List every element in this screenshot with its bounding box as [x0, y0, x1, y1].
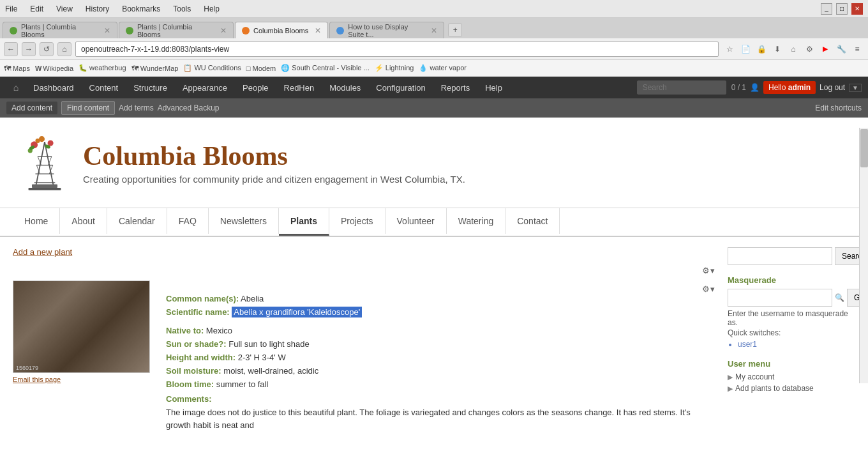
reload-button[interactable]: ↺	[40, 42, 54, 56]
bookmark-wu-conditions[interactable]: 📋 WU Conditions	[183, 64, 241, 72]
menu-edit[interactable]: Edit	[30, 4, 43, 13]
user-menu-title: User menu	[728, 359, 855, 369]
download-icon[interactable]: ⬇	[770, 42, 784, 56]
menu-history[interactable]: History	[86, 4, 109, 13]
menu-view[interactable]: View	[56, 4, 73, 13]
nav-link-plants[interactable]: Plants	[279, 208, 329, 236]
nav-item-projects[interactable]: Projects	[329, 208, 385, 236]
admin-menu-reports[interactable]: Reports	[433, 77, 478, 98]
admin-dropdown-button[interactable]: ▼	[849, 84, 862, 92]
main-content: Add a new plant ⚙ ▾ 1560179 Email this p…	[0, 237, 868, 441]
admin-search-input[interactable]	[637, 80, 726, 95]
find-content-button[interactable]: Find content	[61, 101, 115, 115]
youtube-icon[interactable]: ▶	[818, 42, 832, 56]
admin-logout-button[interactable]: Log out	[819, 83, 845, 92]
nav-link-watering[interactable]: Watering	[447, 208, 506, 234]
bookmark-water-vapor[interactable]: 💧 water vapor	[419, 64, 467, 72]
gear-menu-button-top[interactable]: ⚙ ▾	[702, 266, 715, 275]
browser-tab-2[interactable]: Plants | Columbia Blooms ✕	[119, 22, 234, 38]
bookmark-wikipedia[interactable]: W Wikipedia	[35, 65, 73, 72]
tab-close-2[interactable]: ✕	[220, 26, 227, 35]
address-input[interactable]: openoutreach-7-x-1-19.dd:8083/plants-vie…	[75, 42, 719, 57]
add-terms-link[interactable]: Add terms	[119, 103, 154, 112]
admin-menu-modules[interactable]: Modules	[322, 77, 368, 98]
add-content-button[interactable]: Add content	[6, 102, 57, 114]
nav-item-home[interactable]: Home	[13, 208, 60, 236]
admin-menu-content[interactable]: Content	[82, 77, 126, 98]
add-plant-link[interactable]: Add a new plant	[13, 247, 715, 257]
admin-menu-appearance[interactable]: Appearance	[175, 77, 235, 98]
masquerade-input[interactable]	[728, 289, 832, 307]
bookmark-lightning[interactable]: ⚡ Lightning	[375, 64, 414, 72]
user-menu-my-account[interactable]: ▶ My account	[728, 372, 855, 381]
nav-item-faq[interactable]: FAQ	[167, 208, 209, 236]
admin-menu-redhen[interactable]: RedHen	[276, 77, 322, 98]
email-page-link[interactable]: Email this page	[13, 376, 153, 383]
admin-menu-help[interactable]: Help	[477, 77, 510, 98]
user-menu-add-plants[interactable]: ▶ Add plants to database	[728, 384, 855, 393]
admin-menu-dashboard[interactable]: Dashboard	[26, 77, 82, 98]
nav-link-volunteer[interactable]: Volunteer	[385, 208, 447, 234]
tab-label-3: Columbia Blooms	[253, 27, 308, 34]
back-button[interactable]: ←	[4, 42, 18, 56]
tab-close-3[interactable]: ✕	[315, 26, 321, 35]
menu-tools[interactable]: Tools	[173, 4, 191, 13]
admin-menu-people[interactable]: People	[235, 77, 276, 98]
star-icon[interactable]: ☆	[722, 42, 737, 56]
native-to-label: Native to:	[166, 326, 204, 335]
nav-link-newsletters[interactable]: Newsletters	[209, 208, 279, 234]
browser-tab-4[interactable]: How to use Display Suite t... ✕	[329, 22, 444, 38]
bookmark-icon[interactable]: 📄	[738, 42, 752, 56]
browser-titlebar: File Edit View History Bookmarks Tools H…	[0, 0, 868, 18]
shield-icon[interactable]: 🔒	[754, 42, 768, 56]
nav-link-projects[interactable]: Projects	[329, 208, 385, 234]
menu-help[interactable]: Help	[204, 4, 220, 13]
nav-item-contact[interactable]: Contact	[505, 208, 560, 236]
nav-link-about[interactable]: About	[60, 208, 107, 234]
home2-icon[interactable]: ⌂	[786, 42, 800, 56]
menu-bookmarks[interactable]: Bookmarks	[122, 4, 160, 13]
nav-item-newsletters[interactable]: Newsletters	[209, 208, 279, 236]
bookmark-modem[interactable]: □ Modem	[246, 65, 276, 72]
scrollbar-thumb[interactable]	[860, 129, 868, 167]
admin-home-button[interactable]: ⌂	[6, 77, 26, 98]
bookmark-south-central[interactable]: 🌐 South Central - Visible ...	[281, 64, 370, 72]
tab-close-4[interactable]: ✕	[431, 26, 437, 35]
bookmark-wundermap[interactable]: 🗺 WunderMap	[131, 65, 179, 72]
gear-menu-button-detail[interactable]: ⚙ ▾	[702, 284, 715, 294]
sidebar-search-input[interactable]	[728, 247, 832, 265]
nav-item-calendar[interactable]: Calendar	[107, 208, 167, 236]
plant-image-placeholder	[13, 281, 149, 372]
forward-button[interactable]: →	[22, 42, 36, 56]
home-button[interactable]: ⌂	[57, 42, 71, 56]
maximize-button[interactable]: □	[836, 3, 848, 15]
nav-link-faq[interactable]: FAQ	[167, 208, 209, 234]
nav-link-home[interactable]: Home	[13, 208, 60, 234]
plant-scientific-name-field: Scientific name: Abelia x grandiflora 'K…	[166, 307, 715, 317]
bookmark-weatherbug[interactable]: 🐛 weatherbug	[79, 64, 126, 72]
admin-menu-configuration[interactable]: Configuration	[368, 77, 433, 98]
tools-icon[interactable]: 🔧	[834, 42, 848, 56]
bookmark-maps[interactable]: 🗺 Maps	[4, 65, 30, 72]
browser-tab-1[interactable]: Plants | Columbia Blooms ✕	[3, 22, 117, 38]
advanced-backup-link[interactable]: Advanced Backup	[158, 103, 220, 112]
menu-icon[interactable]: ≡	[850, 42, 864, 56]
minimize-button[interactable]: _	[821, 3, 832, 15]
nav-item-watering[interactable]: Watering	[447, 208, 506, 236]
tab-close-1[interactable]: ✕	[104, 26, 110, 35]
nav-item-about[interactable]: About	[60, 208, 107, 236]
nav-link-calendar[interactable]: Calendar	[107, 208, 167, 234]
sun-shade-label: Sun or shade?:	[166, 339, 227, 349]
edit-shortcuts-link[interactable]: Edit shortcuts	[815, 103, 862, 112]
admin-menu-structure[interactable]: Structure	[126, 77, 175, 98]
settings-icon[interactable]: ⚙	[802, 42, 816, 56]
new-tab-button[interactable]: +	[448, 23, 462, 37]
nav-link-contact[interactable]: Contact	[505, 208, 560, 234]
masquerade-user-1[interactable]: user1	[738, 340, 855, 349]
browser-tab-3[interactable]: Columbia Blooms ✕	[235, 22, 328, 38]
close-button[interactable]: ✕	[851, 3, 863, 15]
menu-file[interactable]: File	[5, 4, 17, 13]
nav-item-plants[interactable]: Plants	[279, 208, 329, 236]
nav-item-volunteer[interactable]: Volunteer	[385, 208, 447, 236]
scrollbar[interactable]	[859, 128, 868, 383]
